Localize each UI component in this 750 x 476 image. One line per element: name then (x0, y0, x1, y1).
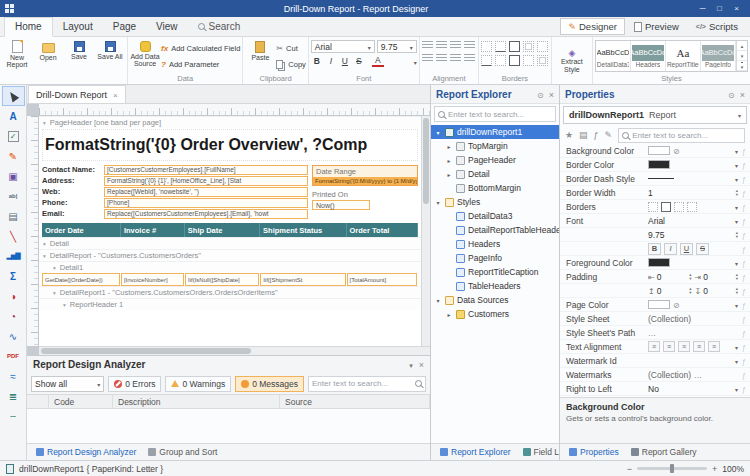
chevron-down-icon[interactable] (414, 56, 417, 67)
tree-item-detailreporttableheaders[interactable]: DetailReportTableHeaders (431, 223, 559, 237)
report-title-control[interactable]: FormatString('{0} Order Overview', ?Comp (42, 129, 418, 161)
scrollbar-thumb[interactable] (423, 118, 429, 204)
tab-report-design-analyzer[interactable]: Report Design Analyzer (31, 444, 141, 460)
table-of-contents-tool[interactable]: ≣ (2, 386, 25, 406)
border-inside-button[interactable] (537, 41, 548, 52)
document-tab[interactable]: Drill-Down Report (28, 85, 126, 103)
style-sheet-value[interactable]: (Collection) (648, 314, 691, 324)
add-parameter-button[interactable]: ?Add Parameter (161, 58, 240, 70)
prop-font[interactable]: FontArial (560, 214, 750, 228)
gallery-more-button[interactable] (737, 61, 747, 71)
tab-field-list[interactable]: Field List (518, 444, 559, 460)
border-toggle[interactable] (648, 202, 658, 212)
prop-border-dash-style[interactable]: Border Dash Style (560, 172, 750, 186)
prop-text-alignment[interactable]: Text Alignment (560, 340, 750, 354)
pivot-grid-tool[interactable]: Σ (2, 266, 25, 286)
border-toggle[interactable] (687, 202, 697, 212)
maximize-button[interactable]: □ (711, 4, 728, 13)
prop-border-width[interactable]: Border Width1 (560, 186, 750, 200)
expression-marker-icon[interactable] (738, 384, 750, 394)
pdf-content-tool[interactable]: PDF (2, 346, 25, 366)
properties-search-input[interactable] (632, 131, 741, 140)
messages-filter-button[interactable]: 0 Messages (235, 376, 304, 392)
expression-marker-icon[interactable] (738, 216, 750, 226)
scripts-mode-button[interactable]: </>Scripts (688, 18, 746, 35)
tree-item-topmargin[interactable]: TopMargin (431, 139, 559, 153)
picture-tool[interactable]: ▣ (2, 166, 25, 186)
padding-bottom-value[interactable]: 0 (703, 286, 708, 296)
detail-row[interactable]: GetDate([OrderDate]) [InvoiceNumber] Iif… (42, 273, 418, 286)
collapse-icon[interactable] (53, 263, 56, 272)
expression-marker-icon[interactable] (738, 342, 750, 352)
analyzer-search-input[interactable] (312, 379, 412, 388)
bold-toggle[interactable]: B (648, 243, 661, 255)
label-tool[interactable]: A (2, 106, 25, 126)
spinner[interactable] (689, 273, 691, 281)
sparkline-tool[interactable]: ∿ (2, 326, 25, 346)
date-range-control[interactable]: Date Range FormatString('{0:M/d/yyyy} to… (312, 165, 418, 186)
detail-cell[interactable]: [InvoiceNumber] (121, 273, 184, 286)
analyzer-search-box[interactable] (308, 376, 426, 392)
gallery-scroll-down-button[interactable] (737, 51, 747, 61)
prop-padding2[interactable]: 00 (560, 284, 750, 298)
rtl-value[interactable]: No (648, 384, 659, 394)
border-outside-button[interactable] (523, 41, 534, 52)
detail-report-band[interactable]: DetailReport - "Customers.CustomersOrder… (39, 249, 421, 261)
prop-padding[interactable]: Padding00 (560, 270, 750, 284)
add-calculated-field-button[interactable]: fxAdd Calculated Field (161, 42, 240, 54)
style-item-reporttitle[interactable]: AaReportTitleCa... (666, 41, 701, 71)
strikethrough-button[interactable]: S (353, 55, 365, 67)
font-size-value[interactable]: 9.75 (648, 230, 665, 240)
expression-marker-icon[interactable] (738, 356, 750, 366)
expression-marker-icon[interactable] (738, 286, 750, 296)
prop-watermark-id[interactable]: Watermark Id (560, 354, 750, 368)
style-item-detaildata3[interactable]: AaBbCcDDetailData3 (596, 41, 631, 71)
text-wrap-button[interactable] (464, 54, 475, 63)
tab-report-explorer[interactable]: Report Explorer (435, 444, 516, 460)
expression-marker-icon[interactable] (738, 328, 750, 338)
expression-marker-icon[interactable] (738, 272, 750, 282)
prop-style-sheet-path[interactable]: Style Sheet's Path (560, 326, 750, 340)
paste-button[interactable]: Paste (245, 38, 275, 74)
font-size-combo[interactable]: 9.75 (377, 40, 417, 53)
detail-report1-band[interactable]: DetailReport1 - "Customers.CustomersOrde… (39, 286, 421, 298)
pin-icon[interactable] (728, 89, 735, 100)
collapse-icon[interactable] (43, 239, 46, 248)
new-report-button[interactable]: New Report (2, 38, 32, 84)
tab-report-gallery[interactable]: Report Gallery (626, 444, 702, 460)
warnings-filter-button[interactable]: 0 Warnings (165, 376, 231, 392)
tree-item-bottommargin[interactable]: BottomMargin (431, 181, 559, 195)
detail-cell[interactable]: Iif(IsNull([ShipDate] (185, 273, 259, 286)
prop-border-color[interactable]: Border Color (560, 158, 750, 172)
gauge-tool[interactable]: ◔ (2, 306, 25, 326)
italic-toggle[interactable]: I (664, 243, 677, 255)
code-column[interactable]: Code (49, 395, 113, 408)
report-header-band[interactable]: ReportHeader 1 (39, 298, 421, 310)
collapse-panel-icon[interactable] (409, 359, 413, 370)
italic-button[interactable]: I (325, 55, 337, 67)
detail-band[interactable]: Detail (39, 237, 421, 249)
font-color-button[interactable]: A (372, 56, 384, 67)
tab-home[interactable]: Home (4, 17, 53, 37)
tab-group-and-sort[interactable]: Group and Sort (143, 444, 222, 460)
zoom-in-button[interactable]: + (712, 464, 717, 474)
padding-top-value[interactable]: 0 (657, 286, 662, 296)
collapse-icon[interactable] (53, 288, 56, 297)
tree-item-reporttitlecaption[interactable]: ReportTitleCaption (431, 265, 559, 279)
zoom-slider[interactable] (637, 467, 707, 470)
prop-background-color[interactable]: Background Color (560, 144, 750, 158)
close-panel-icon[interactable] (419, 359, 424, 370)
align-option[interactable] (648, 341, 660, 352)
edit-icon[interactable]: ✎ (605, 130, 613, 140)
close-button[interactable]: × (728, 4, 745, 13)
chevron-right-icon[interactable] (445, 155, 453, 165)
tree-item-pageheader[interactable]: PageHeader (431, 153, 559, 167)
tree-item-styles[interactable]: Styles (431, 195, 559, 209)
table-header-cell[interactable]: Shipment Status (260, 223, 346, 237)
tab-page[interactable]: Page (103, 18, 146, 36)
strikethrough-toggle[interactable]: S (696, 243, 709, 255)
printed-on-control[interactable]: Printed On Now() (312, 190, 418, 210)
prop-font-size[interactable]: 9.75 (560, 228, 750, 242)
richtext-tool[interactable]: ✎ (2, 146, 25, 166)
zoom-out-button[interactable]: − (627, 464, 632, 474)
